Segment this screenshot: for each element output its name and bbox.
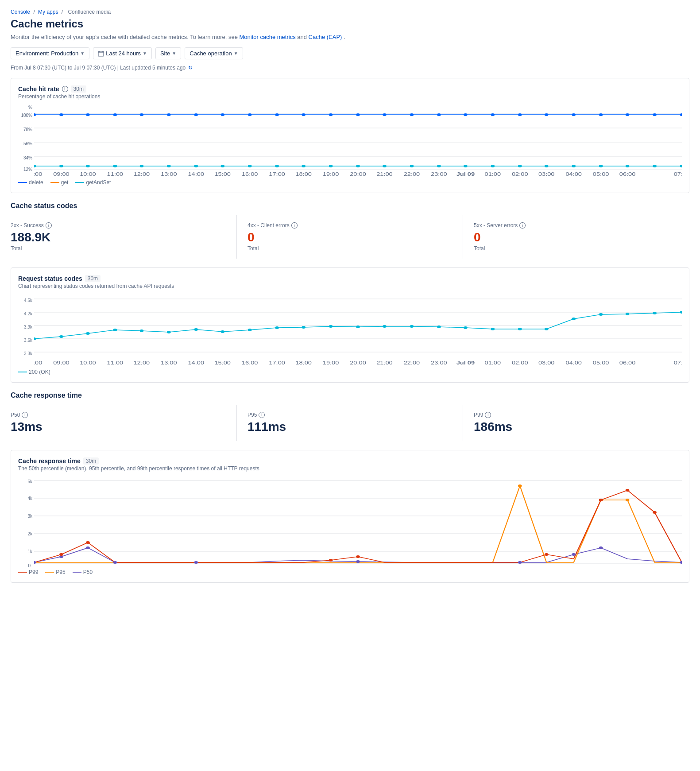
svg-point-106: [518, 328, 522, 330]
breadcrumb-console[interactable]: Console: [11, 9, 30, 15]
svg-point-21: [356, 113, 360, 116]
legend-200ok: 200 (OK): [18, 369, 50, 375]
request-status-codes-subtitle: Chart representing status codes returned…: [18, 283, 682, 289]
svg-text:20:00: 20:00: [350, 360, 366, 365]
metric-p50-label: P50: [11, 412, 20, 418]
svg-point-51: [491, 165, 495, 167]
svg-text:13:00: 13:00: [161, 172, 177, 176]
svg-point-47: [383, 165, 387, 167]
svg-text:Jul 09: Jul 09: [456, 360, 475, 365]
svg-text:17:00: 17:00: [269, 360, 285, 365]
svg-point-110: [626, 313, 630, 315]
info-icon[interactable]: i: [62, 86, 68, 92]
svg-point-155: [626, 499, 630, 501]
time-filter[interactable]: Last 24 hours ▼: [93, 47, 152, 59]
svg-text:23:00: 23:00: [431, 172, 447, 176]
response-time-legend: P99 P95 P50: [18, 569, 682, 575]
svg-text:21:00: 21:00: [376, 172, 393, 176]
svg-point-147: [194, 561, 198, 564]
breadcrumb-myapps[interactable]: My apps: [38, 9, 58, 15]
metric-p50-value: 13ms: [11, 420, 236, 434]
legend-p95: P95: [45, 569, 65, 575]
info-icon[interactable]: i: [259, 412, 265, 418]
svg-point-52: [518, 165, 522, 167]
request-status-codes-badge: 30m: [85, 275, 101, 282]
svg-point-26: [491, 113, 495, 116]
svg-point-31: [626, 113, 630, 116]
metric-p95-value: 111ms: [248, 420, 463, 434]
svg-text:12:00: 12:00: [134, 172, 150, 176]
info-icon[interactable]: i: [485, 412, 491, 418]
svg-point-45: [329, 165, 333, 167]
metric-2xx-value: 188.9K: [11, 230, 236, 244]
svg-point-95: [220, 330, 224, 333]
svg-point-14: [167, 113, 171, 116]
svg-point-23: [410, 113, 414, 116]
breadcrumb: Console / My apps / Confluence media: [11, 9, 689, 15]
svg-text:08:00: 08:00: [34, 172, 42, 176]
cache-operation-filter[interactable]: Cache operation ▼: [185, 47, 243, 59]
info-icon[interactable]: i: [22, 412, 28, 418]
cache-status-codes-title: Cache status codes: [11, 202, 689, 210]
svg-text:14:00: 14:00: [188, 360, 204, 365]
site-filter[interactable]: Site ▼: [155, 47, 181, 59]
svg-point-36: [86, 165, 90, 167]
svg-point-27: [518, 113, 522, 116]
metric-4xx-sub: Total: [248, 245, 463, 252]
svg-text:03:00: 03:00: [538, 172, 555, 176]
metric-2xx-label: 2xx - Success: [11, 222, 44, 229]
svg-point-163: [653, 511, 657, 514]
svg-point-98: [302, 326, 306, 329]
svg-point-103: [437, 325, 441, 328]
metric-p95-label: P95: [248, 412, 257, 418]
svg-point-11: [86, 113, 90, 116]
response-time-chart-card: Cache response time 30m The 50th percent…: [11, 450, 689, 583]
svg-text:03:00: 03:00: [538, 360, 555, 365]
svg-point-24: [437, 113, 441, 116]
metric-p95: P95 i 111ms: [237, 405, 463, 441]
svg-point-39: [167, 165, 171, 167]
svg-point-104: [464, 326, 468, 329]
metric-4xx-value: 0: [248, 230, 463, 244]
svg-point-102: [410, 325, 414, 328]
metric-5xx-value: 0: [474, 230, 689, 244]
svg-text:11:00: 11:00: [107, 172, 124, 176]
cache-hit-rate-title: Cache hit rate: [18, 85, 59, 93]
cache-eap-link[interactable]: Cache (EAP): [309, 34, 342, 40]
cache-hit-rate-badge: 30m: [71, 85, 86, 93]
metric-p99: P99 i 186ms: [463, 405, 689, 441]
svg-point-22: [383, 113, 387, 116]
response-time-chart-badge: 30m: [83, 457, 99, 465]
svg-text:23:00: 23:00: [431, 360, 447, 365]
svg-point-20: [329, 113, 333, 116]
environment-filter[interactable]: Environment: Production ▼: [11, 47, 89, 59]
info-icon[interactable]: i: [46, 222, 52, 229]
svg-point-158: [329, 559, 333, 562]
svg-text:15:00: 15:00: [214, 360, 231, 365]
info-icon[interactable]: i: [519, 222, 526, 229]
svg-point-159: [356, 555, 360, 558]
monitor-cache-link[interactable]: Monitor cache metrics: [239, 34, 295, 40]
info-icon[interactable]: i: [291, 222, 298, 229]
svg-point-53: [545, 165, 549, 167]
refresh-icon[interactable]: ↻: [188, 65, 193, 71]
svg-text:12:00: 12:00: [134, 360, 150, 365]
svg-point-99: [329, 325, 333, 328]
svg-point-15: [194, 113, 198, 116]
svg-point-101: [383, 325, 387, 328]
svg-point-91: [113, 329, 117, 331]
request-status-codes-title: Request status codes: [18, 275, 82, 282]
svg-text:16:00: 16:00: [242, 360, 258, 365]
svg-point-157: [86, 541, 90, 544]
svg-point-89: [59, 335, 63, 338]
cache-response-time-metrics: P50 i 13ms P95 i 111ms P99 i 186ms: [11, 405, 689, 441]
svg-point-112: [680, 311, 682, 314]
cache-response-time-title: Cache response time: [11, 391, 689, 399]
svg-point-97: [275, 326, 279, 329]
page-subtitle: Monitor the efficiency of your app's cac…: [11, 34, 689, 40]
svg-point-100: [356, 325, 360, 328]
svg-text:16:00: 16:00: [242, 172, 258, 176]
cache-hit-rate-subtitle: Percentage of cache hit operations: [18, 93, 682, 100]
svg-text:21:00: 21:00: [376, 360, 393, 365]
metric-5xx: 5xx - Server errors i 0 Total: [463, 215, 689, 259]
